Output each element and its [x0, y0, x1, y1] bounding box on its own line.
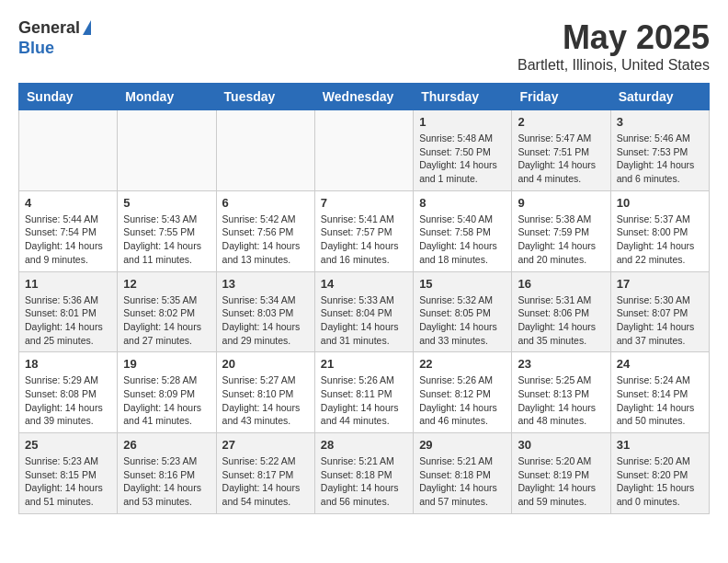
- calendar-cell: 31Sunrise: 5:20 AM Sunset: 8:20 PM Dayli…: [610, 433, 709, 514]
- calendar-cell: 9Sunrise: 5:38 AM Sunset: 7:59 PM Daylig…: [512, 190, 610, 271]
- weekday-header-thursday: Thursday: [414, 84, 512, 110]
- calendar-cell: 4Sunrise: 5:44 AM Sunset: 7:54 PM Daylig…: [19, 190, 118, 271]
- cell-content: Sunrise: 5:21 AM Sunset: 8:18 PM Dayligh…: [419, 454, 506, 509]
- cell-content: Sunrise: 5:23 AM Sunset: 8:15 PM Dayligh…: [25, 454, 111, 509]
- calendar-cell: 11Sunrise: 5:36 AM Sunset: 8:01 PM Dayli…: [19, 271, 118, 352]
- weekday-header-tuesday: Tuesday: [216, 84, 314, 110]
- calendar-cell: 1Sunrise: 5:48 AM Sunset: 7:50 PM Daylig…: [414, 110, 512, 191]
- calendar-cell: 14Sunrise: 5:33 AM Sunset: 8:04 PM Dayli…: [314, 271, 413, 352]
- cell-content: Sunrise: 5:28 AM Sunset: 8:09 PM Dayligh…: [123, 373, 210, 428]
- logo-triangle-icon: [83, 20, 91, 35]
- calendar-cell: 26Sunrise: 5:23 AM Sunset: 8:16 PM Dayli…: [118, 433, 216, 514]
- calendar-cell: 7Sunrise: 5:41 AM Sunset: 7:57 PM Daylig…: [314, 190, 413, 271]
- cell-content: Sunrise: 5:41 AM Sunset: 7:57 PM Dayligh…: [321, 213, 407, 267]
- cell-content: Sunrise: 5:24 AM Sunset: 8:14 PM Dayligh…: [617, 373, 703, 428]
- day-number: 13: [222, 277, 309, 291]
- subtitle: Bartlett, Illinois, United States: [518, 57, 710, 74]
- day-number: 19: [123, 357, 210, 371]
- calendar-cell: 6Sunrise: 5:42 AM Sunset: 7:56 PM Daylig…: [216, 190, 314, 271]
- day-number: 2: [518, 115, 604, 129]
- calendar-cell: [118, 110, 216, 191]
- day-number: 3: [617, 115, 703, 129]
- cell-content: Sunrise: 5:29 AM Sunset: 8:08 PM Dayligh…: [25, 373, 111, 428]
- calendar-cell: 19Sunrise: 5:28 AM Sunset: 8:09 PM Dayli…: [118, 352, 216, 433]
- calendar-cell: 13Sunrise: 5:34 AM Sunset: 8:03 PM Dayli…: [216, 271, 314, 352]
- day-number: 14: [321, 277, 407, 291]
- main-title: May 2025: [518, 18, 710, 57]
- weekday-header-sunday: Sunday: [19, 84, 118, 110]
- day-number: 5: [123, 196, 210, 210]
- cell-content: Sunrise: 5:44 AM Sunset: 7:54 PM Dayligh…: [25, 213, 111, 267]
- cell-content: Sunrise: 5:38 AM Sunset: 7:59 PM Dayligh…: [518, 213, 604, 267]
- logo: General Blue: [18, 18, 91, 58]
- cell-content: Sunrise: 5:42 AM Sunset: 7:56 PM Dayligh…: [222, 213, 309, 267]
- cell-content: Sunrise: 5:22 AM Sunset: 8:17 PM Dayligh…: [222, 454, 309, 509]
- title-area: May 2025 Bartlett, Illinois, United Stat…: [518, 18, 710, 74]
- cell-content: Sunrise: 5:21 AM Sunset: 8:18 PM Dayligh…: [321, 454, 407, 509]
- weekday-header-monday: Monday: [118, 84, 216, 110]
- cell-content: Sunrise: 5:33 AM Sunset: 8:04 PM Dayligh…: [321, 293, 407, 348]
- logo-general: General: [18, 18, 80, 39]
- day-number: 7: [321, 196, 407, 210]
- calendar-cell: 8Sunrise: 5:40 AM Sunset: 7:58 PM Daylig…: [414, 190, 512, 271]
- weekday-header-saturday: Saturday: [610, 84, 709, 110]
- calendar-cell: 10Sunrise: 5:37 AM Sunset: 8:00 PM Dayli…: [610, 190, 709, 271]
- day-number: 16: [518, 277, 604, 291]
- calendar-cell: 30Sunrise: 5:20 AM Sunset: 8:19 PM Dayli…: [512, 433, 610, 514]
- cell-content: Sunrise: 5:27 AM Sunset: 8:10 PM Dayligh…: [222, 373, 309, 428]
- day-number: 25: [25, 438, 111, 452]
- cell-content: Sunrise: 5:25 AM Sunset: 8:13 PM Dayligh…: [518, 373, 604, 428]
- calendar-cell: 25Sunrise: 5:23 AM Sunset: 8:15 PM Dayli…: [19, 433, 118, 514]
- calendar-cell: [19, 110, 118, 191]
- day-number: 20: [222, 357, 309, 371]
- week-row-2: 4Sunrise: 5:44 AM Sunset: 7:54 PM Daylig…: [19, 190, 710, 271]
- cell-content: Sunrise: 5:35 AM Sunset: 8:02 PM Dayligh…: [123, 293, 210, 348]
- day-number: 22: [419, 357, 506, 371]
- calendar: SundayMondayTuesdayWednesdayThursdayFrid…: [18, 83, 710, 514]
- header: General Blue May 2025 Bartlett, Illinois…: [18, 18, 710, 74]
- calendar-cell: [314, 110, 413, 191]
- calendar-cell: 23Sunrise: 5:25 AM Sunset: 8:13 PM Dayli…: [512, 352, 610, 433]
- calendar-cell: [216, 110, 314, 191]
- cell-content: Sunrise: 5:23 AM Sunset: 8:16 PM Dayligh…: [123, 454, 210, 509]
- calendar-cell: 29Sunrise: 5:21 AM Sunset: 8:18 PM Dayli…: [414, 433, 512, 514]
- calendar-cell: 12Sunrise: 5:35 AM Sunset: 8:02 PM Dayli…: [118, 271, 216, 352]
- cell-content: Sunrise: 5:20 AM Sunset: 8:19 PM Dayligh…: [518, 454, 604, 509]
- weekday-header-row: SundayMondayTuesdayWednesdayThursdayFrid…: [19, 84, 710, 110]
- logo-blue: Blue: [18, 39, 54, 59]
- day-number: 26: [123, 438, 210, 452]
- calendar-cell: 17Sunrise: 5:30 AM Sunset: 8:07 PM Dayli…: [610, 271, 709, 352]
- calendar-cell: 16Sunrise: 5:31 AM Sunset: 8:06 PM Dayli…: [512, 271, 610, 352]
- calendar-cell: 15Sunrise: 5:32 AM Sunset: 8:05 PM Dayli…: [414, 271, 512, 352]
- day-number: 12: [123, 277, 210, 291]
- week-row-1: 1Sunrise: 5:48 AM Sunset: 7:50 PM Daylig…: [19, 110, 710, 191]
- cell-content: Sunrise: 5:26 AM Sunset: 8:12 PM Dayligh…: [419, 373, 506, 428]
- cell-content: Sunrise: 5:36 AM Sunset: 8:01 PM Dayligh…: [25, 293, 111, 348]
- calendar-cell: 3Sunrise: 5:46 AM Sunset: 7:53 PM Daylig…: [610, 110, 709, 191]
- calendar-cell: 28Sunrise: 5:21 AM Sunset: 8:18 PM Dayli…: [314, 433, 413, 514]
- day-number: 6: [222, 196, 309, 210]
- day-number: 30: [518, 438, 604, 452]
- day-number: 21: [321, 357, 407, 371]
- day-number: 18: [25, 357, 111, 371]
- day-number: 1: [419, 115, 506, 129]
- calendar-cell: 20Sunrise: 5:27 AM Sunset: 8:10 PM Dayli…: [216, 352, 314, 433]
- cell-content: Sunrise: 5:43 AM Sunset: 7:55 PM Dayligh…: [123, 213, 210, 267]
- day-number: 8: [419, 196, 506, 210]
- calendar-cell: 18Sunrise: 5:29 AM Sunset: 8:08 PM Dayli…: [19, 352, 118, 433]
- week-row-3: 11Sunrise: 5:36 AM Sunset: 8:01 PM Dayli…: [19, 271, 710, 352]
- day-number: 27: [222, 438, 309, 452]
- day-number: 23: [518, 357, 604, 371]
- day-number: 24: [617, 357, 703, 371]
- weekday-header-friday: Friday: [512, 84, 610, 110]
- week-row-5: 25Sunrise: 5:23 AM Sunset: 8:15 PM Dayli…: [19, 433, 710, 514]
- cell-content: Sunrise: 5:46 AM Sunset: 7:53 PM Dayligh…: [617, 132, 703, 186]
- day-number: 31: [617, 438, 703, 452]
- cell-content: Sunrise: 5:47 AM Sunset: 7:51 PM Dayligh…: [518, 132, 604, 186]
- cell-content: Sunrise: 5:37 AM Sunset: 8:00 PM Dayligh…: [617, 213, 703, 267]
- day-number: 15: [419, 277, 506, 291]
- calendar-cell: 5Sunrise: 5:43 AM Sunset: 7:55 PM Daylig…: [118, 190, 216, 271]
- cell-content: Sunrise: 5:31 AM Sunset: 8:06 PM Dayligh…: [518, 293, 604, 348]
- weekday-header-wednesday: Wednesday: [314, 84, 413, 110]
- cell-content: Sunrise: 5:48 AM Sunset: 7:50 PM Dayligh…: [419, 132, 506, 186]
